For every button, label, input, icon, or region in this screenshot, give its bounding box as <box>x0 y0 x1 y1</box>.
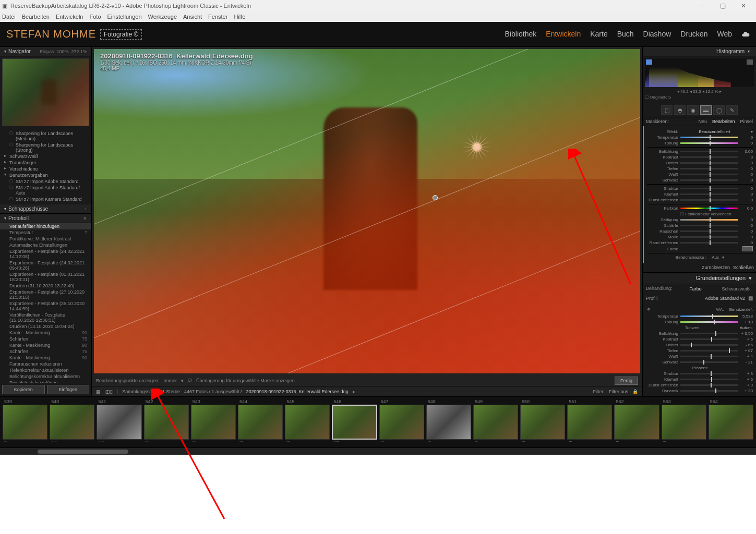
filmstrip-thumb[interactable]: 554 <box>708 399 754 445</box>
filmstrip-thumb[interactable]: 545••• <box>284 399 330 445</box>
slider-schwarz[interactable]: Schwarz- 21 <box>647 360 753 365</box>
filmstrip-scrollbar[interactable] <box>0 447 756 455</box>
filmstrip-thumb[interactable]: 543••• <box>190 399 236 445</box>
menu-ansicht[interactable]: Ansicht <box>183 14 202 20</box>
history-step[interactable]: Exportieren - Festplatte (24.02.2021 09:… <box>0 260 91 271</box>
slider-rauschen[interactable]: Rauschen0 <box>647 229 753 234</box>
slider-temperatur[interactable]: Temperatur0 <box>647 135 753 140</box>
slider-moiré[interactable]: Moiré0 <box>647 235 753 239</box>
mask-reset-button[interactable]: Zurücksetzen <box>702 265 730 270</box>
profile-dropdown[interactable]: Adobe Standard v2 <box>705 296 745 301</box>
history-step[interactable]: Punktkurve: Mittlerer Kontrast <box>0 236 91 242</box>
slider-lichter[interactable]: Lichter- 66 <box>647 343 753 347</box>
color-swatch[interactable] <box>742 246 753 251</box>
history-step[interactable]: Verlaufsfilter hinzufügen <box>0 223 91 229</box>
original-photo-checkbox[interactable]: ☐ <box>645 95 649 100</box>
slider-dunst-entfernen[interactable]: Dunst entfernen0 <box>647 198 753 202</box>
menu-werkzeuge[interactable]: Werkzeuge <box>148 14 177 20</box>
histogram-header[interactable]: Histogramm▾ <box>643 47 756 56</box>
preset-item[interactable]: Sharpening for Landscapes (Medium) <box>0 130 91 142</box>
slider-weiß[interactable]: Weiß+ 4 <box>647 354 753 359</box>
paste-button[interactable]: Einfügen <box>47 385 90 394</box>
menu-datei[interactable]: Datei <box>2 14 16 20</box>
treatment-bw[interactable]: Schwarzweiß <box>718 286 753 292</box>
minimize-button[interactable]: — <box>691 2 712 9</box>
maximize-button[interactable]: ▢ <box>712 2 733 9</box>
gradient-pin[interactable] <box>433 195 438 200</box>
gradient-tool-icon[interactable]: ▬ <box>700 105 712 115</box>
preset-item[interactable]: SM z7 Import Kamera Standard <box>0 196 91 202</box>
range-mask-dropdown[interactable]: Aus <box>712 255 719 260</box>
radial-tool-icon[interactable]: ◯ <box>713 105 725 115</box>
preset-item[interactable]: Benutzervorgaben <box>0 172 91 178</box>
filmstrip-thumb[interactable]: 553••• <box>661 399 707 445</box>
module-entwickeln[interactable]: Entwickeln <box>546 30 581 39</box>
filmstrip-thumb[interactable]: 548••• <box>426 399 472 445</box>
mask-close-button[interactable]: Schließen <box>733 265 754 270</box>
edit-pins-mode[interactable]: Immer <box>164 378 177 383</box>
slider-temperatur[interactable]: Temperatur5.538 <box>647 314 753 319</box>
history-step[interactable]: Kante - Maskierung90 <box>0 355 91 361</box>
history-step[interactable]: Exportieren - Festplatte (01.01.2021 18:… <box>0 271 91 283</box>
filter-dropdown[interactable]: Filter aus <box>609 389 628 394</box>
slider-tiefen[interactable]: Tiefen0 <box>647 166 753 171</box>
preset-item[interactable]: SM z7 Import Adobe Standard <box>0 178 91 185</box>
slider-schärfe[interactable]: Schärfe0 <box>647 223 753 228</box>
eyedropper-icon[interactable]: ⌖ <box>647 306 651 313</box>
menu-bearbeiten[interactable]: Bearbeiten <box>22 14 50 20</box>
history-step[interactable]: Drucken (31.10.2020 13:22:49) <box>0 283 91 289</box>
mask-brush[interactable]: Pinsel <box>740 119 753 124</box>
slider-rand-entfernen[interactable]: Rand entfernen0 <box>647 240 753 245</box>
histogram-chart[interactable] <box>645 58 754 87</box>
cloud-sync-icon[interactable] <box>741 30 750 39</box>
filmstrip-thumb[interactable]: 539••• <box>2 399 48 445</box>
snapshots-header[interactable]: ▾Schnappschüsse+ <box>0 204 91 214</box>
history-step[interactable]: Exportieren - Festplatte (27.10.2020 21:… <box>0 289 91 300</box>
slider-tönung[interactable]: Tönung+ 18 <box>647 320 753 324</box>
slider-belichtung[interactable]: Belichtung0,00 <box>647 149 753 154</box>
menu-entwickeln[interactable]: Entwickeln <box>56 14 83 20</box>
overlay-checkbox[interactable]: ☑ <box>188 378 192 383</box>
menu-einstellungen[interactable]: Einstellungen <box>107 14 142 20</box>
history-step[interactable]: Temperatur7 <box>0 229 91 236</box>
done-button[interactable]: Fertig <box>615 377 638 385</box>
history-step[interactable]: Automatische Einstellungen <box>0 242 91 248</box>
spot-tool-icon[interactable]: ◓ <box>674 105 686 115</box>
filmstrip-thumb[interactable]: 550••• <box>520 399 566 445</box>
module-bibliothek[interactable]: Bibliothek <box>505 30 537 39</box>
history-step[interactable]: Veröffentlichen - Festplatte (15.10.2020… <box>0 312 91 323</box>
slider-belichtung[interactable]: Belichtung+ 0,50 <box>647 331 753 336</box>
redeye-tool-icon[interactable]: ◉ <box>687 105 699 115</box>
preset-item[interactable]: Traumfänger <box>0 160 91 166</box>
filmstrip-thumb[interactable]: 540••••• <box>49 399 95 445</box>
shadow-clip-indicator[interactable] <box>646 59 652 65</box>
menu-fenster[interactable]: Fenster <box>208 14 227 20</box>
slider-struktur[interactable]: Struktur0 <box>647 186 753 191</box>
brush-tool-icon[interactable]: ✎ <box>726 105 738 115</box>
filter-lock-icon[interactable]: 🔒 <box>632 389 638 394</box>
history-header[interactable]: ▾Protokoll✕ <box>0 214 91 223</box>
preset-item[interactable]: SM z7 Import Adobe Standard/ Auto <box>0 185 91 196</box>
history-step[interactable]: Farbrauschen reduzieren <box>0 361 91 367</box>
copy-button[interactable]: Kopieren <box>2 385 45 394</box>
treatment-color[interactable]: Farbe <box>686 286 705 292</box>
history-step[interactable]: Exportieren - Festplatte (24.02.2021 14:… <box>0 248 91 260</box>
menu-hilfe[interactable]: Hilfe <box>234 14 245 20</box>
profile-browser-icon[interactable]: ▦ <box>748 295 753 301</box>
filmstrip-thumb[interactable]: 542••• <box>143 399 189 445</box>
close-button[interactable]: ✕ <box>733 2 754 9</box>
preset-item[interactable]: Verschiedene <box>0 166 91 172</box>
filmstrip-thumb[interactable]: 547••• <box>379 399 425 445</box>
menu-foto[interactable]: Foto <box>89 14 101 20</box>
filmstrip-thumb[interactable]: 544••• <box>237 399 283 445</box>
filmstrip[interactable]: 539•••540•••••541•••••542•••543•••544•••… <box>0 396 756 447</box>
fine-adjust-checkbox[interactable]: ☐ <box>680 212 684 216</box>
main-image-view[interactable]: 20200918-091922-0316_Kellerwald Edersee.… <box>94 49 640 373</box>
chevron-down-icon[interactable]: ▾ <box>181 378 184 383</box>
history-step[interactable]: Kante - Maskierung90 <box>0 342 91 348</box>
slider-weiß[interactable]: Weiß0 <box>647 172 753 177</box>
chevron-down-icon[interactable]: ▾ <box>751 129 753 134</box>
module-diashow[interactable]: Diashow <box>643 30 671 39</box>
history-step[interactable]: Schärfen75 <box>0 336 91 342</box>
filmstrip-thumb[interactable]: 551••• <box>567 399 613 445</box>
